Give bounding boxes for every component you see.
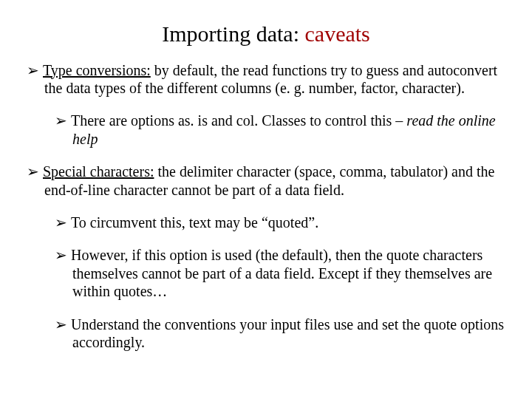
sub-text: There are options as. is and col. Classe… <box>71 112 406 129</box>
sub-however: ➢However, if this option is used (the de… <box>55 246 505 300</box>
title-part2: caveats <box>299 21 370 46</box>
bullet-arrow-icon: ➢ <box>55 214 71 231</box>
sub-quoted: ➢To circumvent this, text may be “quoted… <box>55 214 505 231</box>
bullet-arrow-icon: ➢ <box>55 112 71 129</box>
bullet-arrow-icon: ➢ <box>27 163 43 180</box>
sub-text: However, if this option is used (the def… <box>71 247 492 299</box>
bullet-special-characters: ➢Special characters: the delimiter chara… <box>27 163 505 199</box>
bullet-lead-underlined: Special characters: <box>43 163 154 180</box>
bullet-type-conversions: ➢Type conversions: by default, the read … <box>27 61 505 98</box>
sub-text: Understand the conventions your input fi… <box>71 316 504 350</box>
bullet-arrow-icon: ➢ <box>55 316 71 333</box>
slide-title: Importing data: caveats <box>27 21 505 48</box>
bullet-arrow-icon: ➢ <box>27 61 43 79</box>
bullet-lead-underlined: Type conversions: <box>43 62 151 78</box>
sub-text: To circumvent this, text may be “quoted”… <box>71 214 318 231</box>
title-part1: Importing data: <box>162 21 299 46</box>
sub-understand: ➢Understand the conventions your input f… <box>55 316 505 352</box>
sub-asis-colclasses: ➢There are options as. is and col. Class… <box>55 112 505 148</box>
bullet-arrow-icon: ➢ <box>55 246 71 264</box>
